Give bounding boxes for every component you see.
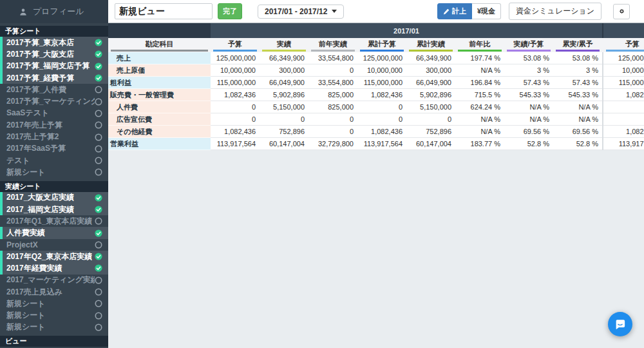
value-cell[interactable]: 0 [406,113,455,126]
value-cell[interactable]: 624.24 % [455,101,504,113]
value-cell[interactable]: 69.56 % [504,126,553,138]
value-cell[interactable]: 57.43 % [553,77,602,89]
empty-circle-icon[interactable] [95,86,102,93]
value-cell[interactable]: 53.08 % [504,52,553,64]
value-cell[interactable]: 66,349,900 [406,52,455,64]
value-cell[interactable]: 52.8 % [553,138,602,150]
empty-circle-icon[interactable] [95,300,102,307]
value-cell[interactable]: N/A % [553,101,602,113]
sidebar-sheet-item[interactable]: 2017予算_人件費 [0,84,108,95]
empty-circle-icon[interactable] [95,276,102,284]
value-cell[interactable]: 10,000,000 [211,64,260,77]
sidebar-sheet-item[interactable]: テスト [0,155,108,166]
value-cell[interactable]: 0 [308,113,357,126]
account-column-header[interactable]: 勘定科目 [108,38,211,52]
value-cell[interactable]: 32,729,800 [308,138,357,150]
value-cell[interactable]: 66,049,900 [260,77,308,89]
value-cell[interactable]: 0 [308,64,357,77]
account-name-cell[interactable]: 売上原価 [108,64,211,77]
account-name-cell[interactable]: 販売費・一般管理費 [108,89,211,101]
next-month-budget-cell[interactable]: 1,082,436 [603,89,644,101]
value-cell[interactable]: 1,082,436 [211,126,260,138]
value-cell[interactable]: 66,349,900 [260,52,308,64]
value-cell[interactable]: 69.56 % [553,126,602,138]
column-header-1[interactable]: 実績 [260,38,308,52]
sidebar-sheet-item[interactable]: SaaSテスト [0,108,108,119]
sidebar-sheet-item[interactable]: 2017年SaaS予算 [0,143,108,155]
column-header-2[interactable]: 前年実績 [308,38,357,52]
value-cell[interactable]: 57.43 % [504,77,553,89]
column-header-5[interactable]: 前年比 [455,38,504,52]
value-cell[interactable]: 825,000 [308,89,357,101]
value-cell[interactable]: 115,000,000 [357,77,406,89]
value-cell[interactable]: 300,000 [260,64,308,77]
account-name-cell[interactable]: 粗利益 [108,77,211,89]
value-cell[interactable]: 752,896 [406,126,455,138]
value-cell[interactable]: 33,554,800 [308,77,357,89]
check-circle-icon[interactable] [95,74,102,82]
sidebar-sheet-item[interactable]: 新規シート [0,310,108,322]
empty-circle-icon[interactable] [95,217,102,225]
check-circle-icon[interactable] [95,264,102,272]
value-cell[interactable]: 60,147,004 [406,138,455,150]
value-cell[interactable]: N/A % [553,113,602,126]
column-header-7[interactable]: 累実/累予 [553,38,602,52]
column-header-0[interactable]: 予算 [211,38,260,52]
empty-circle-icon[interactable] [95,168,102,176]
empty-circle-icon[interactable] [95,133,102,141]
mode-record-button[interactable]: 計上 [437,3,472,19]
empty-circle-icon[interactable] [95,98,102,106]
value-cell[interactable]: N/A % [455,113,504,126]
value-cell[interactable]: 113,917,564 [211,138,260,150]
cash-simulation-button[interactable]: 資金シミュレーション [509,3,601,20]
next-month-budget-header[interactable]: 予算 [603,38,644,52]
value-cell[interactable]: N/A % [455,126,504,138]
empty-circle-icon[interactable] [95,241,102,249]
account-name-cell[interactable]: 営業利益 [108,138,211,150]
value-cell[interactable]: 53.08 % [553,52,602,64]
value-cell[interactable]: 545.33 % [553,89,602,101]
settings-button[interactable] [613,4,630,19]
chat-launcher-button[interactable] [608,312,632,336]
value-cell[interactable]: N/A % [455,64,504,77]
empty-circle-icon[interactable] [95,157,102,164]
value-cell[interactable]: 10,000,000 [357,64,406,77]
next-month-budget-cell[interactable]: 115,000,000 [603,77,644,89]
account-name-cell[interactable]: 人件費 [108,101,211,113]
value-cell[interactable]: 0 [357,113,406,126]
value-cell[interactable]: 545.33 % [504,89,553,101]
sidebar-sheet-item[interactable]: 2017売上予算2 [0,131,108,142]
check-circle-icon[interactable] [95,39,102,46]
sidebar-sheet-item[interactable]: 2017予算_福岡支店予算 [0,61,108,72]
column-header-3[interactable]: 累計予算 [357,38,406,52]
value-cell[interactable]: N/A % [504,101,553,113]
value-cell[interactable]: 113,917,564 [357,138,406,150]
value-cell[interactable]: 5,150,000 [406,101,455,113]
empty-circle-icon[interactable] [95,324,102,331]
sidebar-sheet-item[interactable]: 2017_大阪支店実績 [0,192,108,204]
value-cell[interactable]: 0 [357,101,406,113]
sidebar-sheet-item[interactable]: 2017年売上予算 [0,119,108,131]
mode-cash-button[interactable]: ¥現金 [472,3,501,19]
value-cell[interactable]: 0 [211,113,260,126]
value-cell[interactable]: N/A % [504,113,553,126]
done-button[interactable]: 完了 [218,3,242,19]
value-cell[interactable]: 125,000,000 [357,52,406,64]
sidebar-sheet-item[interactable]: 新規シート [0,298,108,309]
sidebar-sheet-item[interactable]: 2017予算_東京本店 [0,37,108,48]
value-cell[interactable]: 3 % [504,64,553,77]
sidebar-sheet-item[interactable]: 新規シート [0,166,108,178]
check-circle-icon[interactable] [95,194,102,202]
value-cell[interactable]: 183.77 % [455,138,504,150]
check-circle-icon[interactable] [95,63,102,70]
empty-circle-icon[interactable] [95,110,102,117]
sidebar-sheet-item[interactable]: 新規シート [0,322,108,333]
check-circle-icon[interactable] [95,206,102,213]
value-cell[interactable]: 0 [260,113,308,126]
value-cell[interactable]: 115,000,000 [211,77,260,89]
profile-menu[interactable]: プロフィール [0,0,108,23]
value-cell[interactable]: 825,000 [308,101,357,113]
next-month-budget-cell[interactable]: 10,000,000 [603,64,644,77]
value-cell[interactable]: 0 [308,126,357,138]
check-circle-icon[interactable] [95,253,102,260]
